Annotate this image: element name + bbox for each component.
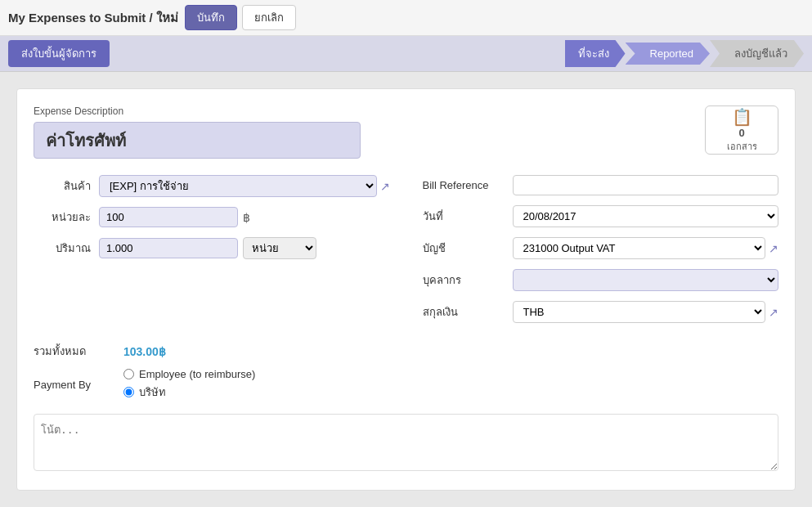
product-row: สินค้า [EXP] การใช้จ่าย ↗ <box>34 175 390 197</box>
payment-option-company-label: บริษัท <box>139 384 166 401</box>
step-reported: Reported <box>626 43 710 65</box>
top-bar: My Expenses to Submit / ใหม่ บันทึก ยกเล… <box>0 0 812 36</box>
payment-label: Payment By <box>34 379 115 391</box>
currency-label: สกุลเงิน <box>423 303 505 321</box>
quantity-unit-select[interactable]: หน่วย <box>243 237 316 259</box>
bill-reference-label: Bill Reference <box>423 179 505 191</box>
expense-desc-label: Expense Description <box>34 105 361 117</box>
step-to-send: ที่จะส่ง <box>565 40 626 67</box>
product-ext-link-icon[interactable]: ↗ <box>380 180 390 193</box>
product-label: สินค้า <box>34 177 91 195</box>
breadcrumb-subtitle: ใหม่ <box>156 11 178 25</box>
date-row: วันที่ 20/08/2017 <box>423 205 779 227</box>
breadcrumb-separator: / <box>150 11 156 25</box>
left-column: สินค้า [EXP] การใช้จ่าย ↗ หน่วยละ ฿ <box>34 175 390 323</box>
currency-symbol: ฿ <box>243 211 250 224</box>
send-to-manager-button[interactable]: ส่งใบขั้นผู้จัดการ <box>8 40 110 67</box>
account-ext-link-icon[interactable]: ↗ <box>769 242 778 255</box>
notes-section <box>34 414 778 473</box>
payment-options: Employee (to reimburse) บริษัท <box>123 368 255 401</box>
attachments-button[interactable]: 📋 0 เอกสาร <box>705 105 778 155</box>
form-grid: สินค้า [EXP] การใช้จ่าย ↗ หน่วยละ ฿ <box>34 175 778 323</box>
breadcrumb-title: My Expenses to Submit <box>8 11 146 25</box>
action-bar: ส่งใบขั้นผู้จัดการ ที่จะส่ง Reported ลงบ… <box>0 36 812 72</box>
totals-section: รวมทั้งหมด 103.00฿ Payment By Employee (… <box>34 336 778 401</box>
unit-price-label: หน่วยละ <box>34 209 91 226</box>
unit-price-input[interactable] <box>99 207 238 227</box>
total-value: 103.00฿ <box>123 345 166 358</box>
expense-desc-left: Expense Description <box>34 105 361 159</box>
save-button[interactable]: บันทึก <box>185 5 237 30</box>
person-wrapper <box>513 269 779 291</box>
breadcrumb-steps: ที่จะส่ง Reported ลงบัญชีแล้ว <box>565 40 804 67</box>
expense-desc-section: Expense Description 📋 0 เอกสาร <box>34 105 778 159</box>
account-select[interactable]: 231000 Output VAT <box>513 237 766 259</box>
account-wrapper: 231000 Output VAT ↗ <box>513 237 779 259</box>
quantity-label: ปริมาณ <box>34 240 91 257</box>
payment-option-company[interactable]: บริษัท <box>123 384 255 401</box>
notes-textarea[interactable] <box>34 414 778 471</box>
step-posted: ลงบัญชีแล้ว <box>710 40 804 67</box>
currency-wrapper: THB ↗ <box>513 301 779 323</box>
date-wrapper: 20/08/2017 <box>513 205 779 227</box>
unit-price-wrapper: ฿ <box>99 207 250 227</box>
payment-radio-company[interactable] <box>123 387 134 397</box>
page-title: My Expenses to Submit / ใหม่ <box>8 8 178 28</box>
payment-radio-employee[interactable] <box>123 369 134 379</box>
currency-row: สกุลเงิน THB ↗ <box>423 301 779 323</box>
bill-reference-row: Bill Reference <box>423 175 779 195</box>
main-content: Expense Description 📋 0 เอกสาร สินค้า [E… <box>0 72 812 507</box>
right-column: Bill Reference วันที่ 20/08/2017 บัญชี <box>423 175 779 323</box>
currency-ext-link-icon[interactable]: ↗ <box>769 306 778 319</box>
date-select[interactable]: 20/08/2017 <box>513 205 779 227</box>
quantity-input[interactable] <box>99 238 238 258</box>
cancel-button[interactable]: ยกเลิก <box>242 5 296 30</box>
attachments-count: 0 <box>738 127 744 139</box>
form-card: Expense Description 📋 0 เอกสาร สินค้า [E… <box>16 88 796 491</box>
payment-option-employee[interactable]: Employee (to reimburse) <box>123 368 255 380</box>
bill-reference-input[interactable] <box>513 175 779 195</box>
total-row: รวมทั้งหมด 103.00฿ <box>34 343 778 360</box>
quantity-row: ปริมาณ หน่วย <box>34 237 390 259</box>
attachments-label: เอกสาร <box>727 139 757 154</box>
person-row: บุคลากร <box>423 269 779 291</box>
product-select-wrapper: [EXP] การใช้จ่าย ↗ <box>99 175 390 197</box>
product-select[interactable]: [EXP] การใช้จ่าย <box>99 175 377 197</box>
person-select[interactable] <box>513 269 779 291</box>
account-row: บัญชี 231000 Output VAT ↗ <box>423 237 779 259</box>
currency-select[interactable]: THB <box>513 301 766 323</box>
header-buttons: บันทึก ยกเลิก <box>185 5 296 30</box>
quantity-wrapper: หน่วย <box>99 237 316 259</box>
payment-option-employee-label: Employee (to reimburse) <box>139 368 255 380</box>
date-label: วันที่ <box>423 208 505 225</box>
expense-title-input[interactable] <box>34 122 361 159</box>
payment-row: Payment By Employee (to reimburse) บริษั… <box>34 368 778 401</box>
unit-price-row: หน่วยละ ฿ <box>34 207 390 227</box>
person-label: บุคลากร <box>423 271 505 289</box>
total-label: รวมทั้งหมด <box>34 343 115 360</box>
account-label: บัญชี <box>423 240 505 257</box>
